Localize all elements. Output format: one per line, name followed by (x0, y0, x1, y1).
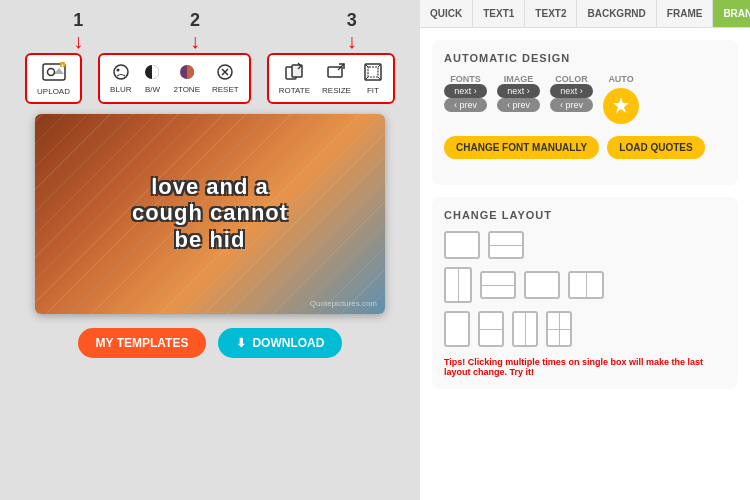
resize-icon (326, 62, 346, 85)
my-templates-button[interactable]: MY TEMPLATES (78, 328, 207, 358)
layout-row-1 (444, 231, 726, 259)
layout-box-9[interactable] (512, 311, 538, 347)
tips-label: Tips! (444, 357, 465, 367)
svg-marker-2 (54, 68, 64, 74)
fit-button[interactable]: FIT (359, 60, 387, 97)
image-label: IMAGE (504, 74, 534, 84)
download-icon: ⬇ (236, 336, 246, 350)
download-label: DOWNLOAD (252, 336, 324, 350)
upload-button[interactable]: + UPLOAD (33, 59, 74, 98)
step-1: 1 ↓ (73, 10, 83, 51)
resize-label: RESIZE (322, 86, 351, 95)
layout-grid (444, 231, 726, 347)
panel-content: AUTOMATIC DESIGN FONTS next › ‹ prev IMA… (420, 28, 750, 500)
quote-line1: love and a (132, 174, 288, 200)
toolbar-rows: + UPLOAD BLUR (10, 53, 410, 104)
load-quotes-button[interactable]: LOAD QUOTES (607, 136, 704, 159)
reset-label: RESET (212, 85, 239, 94)
transform-group: ROTATE RESIZE (267, 53, 395, 104)
color-control: COLOR next › ‹ prev (550, 74, 593, 112)
layout-box-2[interactable] (488, 231, 524, 259)
layout-box-8[interactable] (478, 311, 504, 347)
layout-box-10[interactable] (546, 311, 572, 347)
layout-box-4[interactable] (480, 271, 516, 299)
layout-box-6[interactable] (568, 271, 604, 299)
image-control: IMAGE next › ‹ prev (497, 74, 540, 112)
layout-row-2 (444, 267, 726, 303)
resize-button[interactable]: RESIZE (318, 60, 355, 97)
layout-box-1[interactable] (444, 231, 480, 259)
rotate-button[interactable]: ROTATE (275, 60, 314, 97)
bw-label: B/W (145, 85, 160, 94)
auto-design-section: AUTOMATIC DESIGN FONTS next › ‹ prev IMA… (432, 40, 738, 185)
rotate-label: ROTATE (279, 86, 310, 95)
image-next-btn[interactable]: next › (497, 84, 540, 98)
upload-label: UPLOAD (37, 87, 70, 96)
step-2-arrow: ↓ (190, 31, 200, 51)
canvas-background: love and a cough cannot be hid Quotepict… (35, 114, 385, 314)
step-3-arrow: ↓ (347, 31, 357, 51)
color-prev-btn[interactable]: ‹ prev (550, 98, 593, 112)
blur-icon (112, 63, 130, 84)
fonts-next-btn[interactable]: next › (444, 84, 487, 98)
twotone-label: 2TONE (173, 85, 200, 94)
color-label: COLOR (555, 74, 588, 84)
left-panel: 1 ↓ 2 ↓ 3 ↓ + (0, 0, 420, 500)
right-panel: QUICK TEXT1 TEXT2 BACKGRND FRAME BRANDIN… (420, 0, 750, 500)
auto-button[interactable] (603, 88, 639, 124)
change-font-button[interactable]: CHANGE FONT MANUALLY (444, 136, 599, 159)
bottom-buttons: MY TEMPLATES ⬇ DOWNLOAD (78, 328, 343, 358)
layout-box-3[interactable] (444, 267, 472, 303)
step-3-number: 3 (347, 10, 357, 31)
step-3: 3 ↓ (347, 10, 357, 51)
tips-text: Tips! Clicking multiple times on single … (444, 357, 726, 377)
tab-text1[interactable]: TEXT1 (473, 0, 525, 27)
quote-line2: cough cannot (132, 201, 288, 227)
design-controls: FONTS next › ‹ prev IMAGE next › ‹ prev … (444, 74, 726, 124)
tips-content: Clicking multiple times on single box wi… (444, 357, 703, 377)
canvas-area: love and a cough cannot be hid Quotepict… (35, 114, 385, 314)
svg-point-1 (47, 69, 54, 76)
step-2: 2 ↓ (190, 10, 200, 51)
step-1-arrow: ↓ (73, 31, 83, 51)
bw-icon (143, 63, 161, 84)
auto-control: AUTO (603, 74, 639, 124)
tab-frame[interactable]: FRAME (657, 0, 714, 27)
filters-group: BLUR B/W 2TONE (98, 53, 251, 104)
tab-branding[interactable]: BRANDING (713, 0, 750, 27)
tab-backgrnd[interactable]: BACKGRND (577, 0, 656, 27)
blur-button[interactable]: BLUR (106, 61, 135, 96)
blur-label: BLUR (110, 85, 131, 94)
image-prev-btn[interactable]: ‹ prev (497, 98, 540, 112)
quote-line3: be hid (132, 227, 288, 253)
reset-button[interactable]: RESET (208, 61, 243, 96)
color-next-btn[interactable]: next › (550, 84, 593, 98)
svg-text:+: + (61, 62, 64, 68)
fit-icon (363, 62, 383, 85)
auto-design-title: AUTOMATIC DESIGN (444, 52, 726, 64)
tabs-bar: QUICK TEXT1 TEXT2 BACKGRND FRAME BRANDIN… (420, 0, 750, 28)
reset-icon (216, 63, 234, 84)
rotate-icon (284, 62, 304, 85)
upload-group: + UPLOAD (25, 53, 82, 104)
step-1-number: 1 (73, 10, 83, 31)
tab-text2[interactable]: TEXT2 (525, 0, 577, 27)
upload-icon: + (42, 61, 66, 86)
action-buttons: CHANGE FONT MANUALLY LOAD QUOTES (444, 136, 726, 159)
layout-box-7[interactable] (444, 311, 470, 347)
fonts-control: FONTS next › ‹ prev (444, 74, 487, 112)
tab-quick[interactable]: QUICK (420, 0, 473, 27)
twotone-icon (178, 63, 196, 84)
twotone-button[interactable]: 2TONE (169, 61, 204, 96)
svg-point-5 (114, 65, 128, 79)
layout-box-5[interactable] (524, 271, 560, 299)
fit-label: FIT (367, 86, 379, 95)
bw-button[interactable]: B/W (139, 61, 165, 96)
layout-section: CHANGE LAYOUT (432, 197, 738, 389)
fonts-prev-btn[interactable]: ‹ prev (444, 98, 487, 112)
fonts-label: FONTS (450, 74, 481, 84)
change-layout-title: CHANGE LAYOUT (444, 209, 726, 221)
step-2-number: 2 (190, 10, 200, 31)
canvas-watermark: Quotepictures.com (310, 299, 377, 308)
download-button[interactable]: ⬇ DOWNLOAD (218, 328, 342, 358)
